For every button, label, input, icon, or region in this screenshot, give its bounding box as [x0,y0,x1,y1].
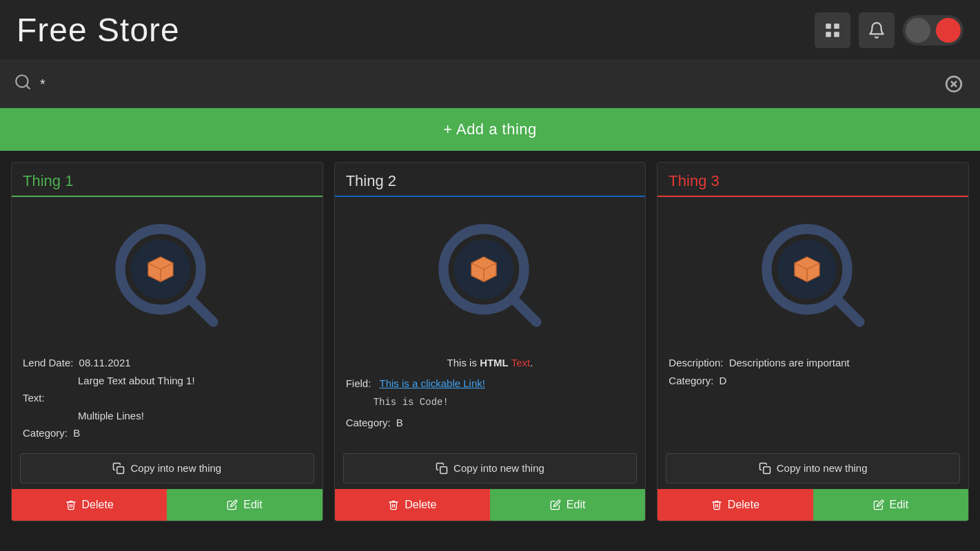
copy-button-thing1[interactable]: Copy into new thing [20,453,314,484]
edit-button-thing2[interactable]: Edit [490,489,645,521]
toggle-active [936,18,961,43]
search-bar [0,61,980,108]
cards-grid: Thing 1 Lend Date: 08.11.2021 [0,151,980,532]
field-html-text: This is HTML Text. [346,354,635,372]
svg-rect-32 [764,466,770,473]
card-icon-area-thing2 [335,197,646,349]
card-content-thing1: Lend Date: 08.11.2021 Large Text about T… [12,349,323,450]
add-thing-button[interactable]: + Add a thing [0,108,980,151]
card-actions-thing2: Delete Edit [335,489,646,521]
bell-icon [868,21,886,39]
field-category-thing3: Category: D [668,372,957,390]
svg-rect-0 [826,23,831,29]
edit-button-thing1[interactable]: Edit [167,489,322,521]
svg-rect-1 [834,23,839,29]
magnifier-icon-thing3 [751,214,875,337]
toggle-knob [906,18,930,43]
copy-icon-thing3 [759,462,771,475]
app-header: Free Store [0,0,980,61]
delete-button-thing1[interactable]: Delete [12,489,167,521]
field-lend-date: Lend Date: 08.11.2021 [23,354,312,372]
card-content-thing2: This is HTML Text. Field: This is a clic… [335,349,646,450]
edit-icon-thing1 [227,499,238,510]
grid-icon [824,21,841,39]
header-actions [815,12,963,48]
field-category-thing1: Category: B [23,424,312,442]
field-link: Field: This is a clickable Link! [346,375,635,393]
copy-icon-thing1 [112,462,125,475]
svg-rect-2 [826,32,831,37]
app-title: Free Store [17,11,180,49]
svg-line-27 [838,300,860,322]
search-clear-button[interactable] [941,72,966,96]
search-icon [14,73,32,95]
search-input[interactable] [40,76,933,92]
svg-line-19 [515,300,537,322]
magnifier-icon-thing1 [105,214,229,337]
trash-icon-thing2 [388,499,399,510]
field-category-thing2: Category: B [346,414,635,432]
svg-rect-24 [440,466,447,473]
svg-rect-3 [834,32,839,37]
grid-button[interactable] [815,12,850,48]
trash-icon-thing3 [711,499,722,510]
card-thing1: Thing 1 Lend Date: 08.11.2021 [11,162,323,521]
svg-rect-16 [117,466,124,473]
field-multiline: Multiple Lines! [23,407,312,425]
card-content-thing3: Description: Descriptions are important … [657,349,968,450]
card-actions-thing1: Delete Edit [12,489,323,521]
delete-button-thing2[interactable]: Delete [335,489,490,521]
field-text-label: Text: [23,389,312,407]
card-title-thing1: Thing 1 [12,163,323,197]
field-code: This is Code! [374,395,635,411]
card-icon-area-thing1 [12,197,323,349]
field-large-text: Large Text about Thing 1! [23,372,312,390]
card-title-thing2: Thing 2 [335,163,646,197]
copy-button-thing2[interactable]: Copy into new thing [343,453,637,484]
card-title-thing3: Thing 3 [657,163,968,197]
theme-toggle[interactable] [903,15,963,45]
magnifier-icon-thing2 [428,214,552,337]
card-icon-area-thing3 [657,197,968,349]
card-thing3: Thing 3 Description: Descriptions are im… [657,162,969,521]
clickable-link[interactable]: This is a clickable Link! [380,375,485,393]
card-thing2: Thing 2 This is HTML Text. Field: [334,162,646,521]
edit-icon-thing2 [550,499,561,510]
svg-line-11 [192,300,214,322]
edit-icon-thing3 [873,499,884,510]
field-description: Description: Descriptions are important [668,354,957,372]
delete-button-thing3[interactable]: Delete [657,489,813,521]
bell-button[interactable] [859,12,895,48]
svg-line-5 [26,85,30,89]
edit-button-thing3[interactable]: Edit [813,489,968,521]
trash-icon-thing1 [65,499,76,510]
copy-button-thing3[interactable]: Copy into new thing [666,453,960,484]
copy-icon-thing2 [436,462,448,475]
card-actions-thing3: Delete Edit [657,489,968,521]
